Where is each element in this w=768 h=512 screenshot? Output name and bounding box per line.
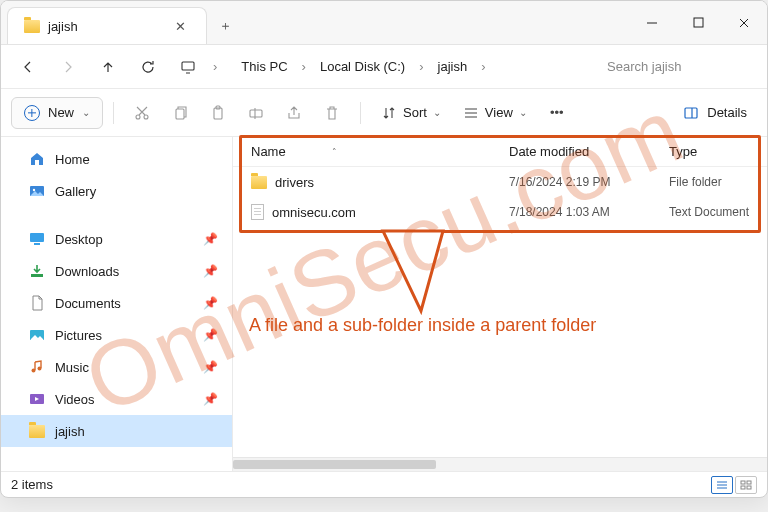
music-icon [29,359,45,375]
search-input[interactable]: Search jajish [607,59,757,74]
back-button[interactable] [11,52,45,82]
file-row[interactable]: drivers 7/16/2024 2:19 PM File folder [233,167,767,197]
svg-rect-20 [30,233,44,242]
forward-button[interactable] [51,52,85,82]
command-bar: New ⌄ Sort ⌄ View ⌄ ••• Details [1,89,767,137]
breadcrumb: This PC › Local Disk (C:) › jajish › [225,55,601,78]
view-button[interactable]: View ⌄ [453,98,537,128]
file-type: Text Document [669,205,767,219]
chevron-right-icon: › [417,59,425,74]
sidebar-item-label: Documents [55,296,121,311]
svg-rect-9 [214,108,222,119]
window-tab[interactable]: jajish ✕ [7,7,207,44]
pin-icon: 📌 [203,360,218,374]
breadcrumb-item[interactable]: jajish [430,55,476,78]
svg-rect-21 [34,243,40,245]
cut-button[interactable] [124,98,160,128]
close-window-button[interactable] [721,1,767,44]
new-label: New [48,105,74,120]
sidebar-item-label: Gallery [55,184,96,199]
pin-icon: 📌 [203,296,218,310]
folder-icon [251,176,267,189]
sort-ascending-icon: ˄ [332,147,337,157]
sidebar-item-label: jajish [55,424,85,439]
file-date: 7/18/2024 1:03 AM [509,205,669,219]
pictures-icon [29,327,45,343]
refresh-button[interactable] [131,52,165,82]
sidebar-item-jajish[interactable]: jajish [1,415,232,447]
svg-rect-1 [694,18,703,27]
file-list: Name˄ Date modified Type drivers 7/16/20… [233,137,767,471]
svg-rect-11 [250,110,262,117]
title-bar: jajish ✕ ＋ [1,1,767,45]
horizontal-scrollbar[interactable] [233,457,767,471]
annotation-text: A file and a sub-folder inside a parent … [249,315,757,336]
sort-button[interactable]: Sort ⌄ [371,98,451,128]
more-button[interactable]: ••• [539,98,575,128]
breadcrumb-item[interactable]: This PC [233,55,295,78]
monitor-icon[interactable] [171,52,205,82]
sidebar-item-label: Desktop [55,232,103,247]
documents-icon [29,295,45,311]
copy-button[interactable] [162,98,198,128]
plus-icon [24,105,40,121]
home-icon [29,151,45,167]
new-button[interactable]: New ⌄ [11,97,103,129]
folder-icon [29,425,45,438]
explorer-window: jajish ✕ ＋ › This PC › Local Disk (C:) ›… [0,0,768,498]
details-label: Details [707,105,747,120]
scrollbar-thumb[interactable] [233,460,436,469]
nav-bar: › This PC › Local Disk (C:) › jajish › S… [1,45,767,89]
minimize-button[interactable] [629,1,675,44]
sidebar-item-downloads[interactable]: Downloads 📌 [1,255,232,287]
chevron-right-icon: › [479,59,487,74]
sidebar-item-videos[interactable]: Videos 📌 [1,383,232,415]
chevron-down-icon: ⌄ [82,107,90,118]
pin-icon: 📌 [203,232,218,246]
pin-icon: 📌 [203,392,218,406]
delete-button[interactable] [314,98,350,128]
sidebar-item-label: Home [55,152,90,167]
body: Home Gallery Desktop 📌 Downloads 📌 Docum… [1,137,767,471]
svg-rect-16 [685,108,697,118]
sidebar-item-documents[interactable]: Documents 📌 [1,287,232,319]
details-view-button[interactable] [711,476,733,494]
chevron-down-icon: ⌄ [433,107,441,118]
maximize-button[interactable] [675,1,721,44]
thumbnails-view-button[interactable] [735,476,757,494]
sort-label: Sort [403,105,427,120]
column-header-date[interactable]: Date modified [509,144,669,159]
sidebar-item-label: Videos [55,392,95,407]
svg-rect-32 [747,481,751,484]
svg-point-25 [38,367,42,371]
downloads-icon [29,263,45,279]
sidebar-item-label: Downloads [55,264,119,279]
sidebar-item-gallery[interactable]: Gallery [1,175,232,207]
pin-icon: 📌 [203,328,218,342]
up-button[interactable] [91,52,125,82]
column-header-name[interactable]: Name˄ [251,144,509,159]
svg-rect-4 [182,62,194,70]
close-tab-button[interactable]: ✕ [168,14,192,38]
file-type: File folder [669,175,767,189]
details-pane-button[interactable]: Details [673,98,757,128]
annotation-callout [383,231,503,321]
breadcrumb-item[interactable]: Local Disk (C:) [312,55,413,78]
window-controls [629,1,767,44]
desktop-icon [29,231,45,247]
rename-button[interactable] [238,98,274,128]
column-header-type[interactable]: Type [669,144,767,159]
sidebar-item-music[interactable]: Music 📌 [1,351,232,383]
sidebar-item-desktop[interactable]: Desktop 📌 [1,223,232,255]
share-button[interactable] [276,98,312,128]
file-row[interactable]: omnisecu.com 7/18/2024 1:03 AM Text Docu… [233,197,767,227]
paste-button[interactable] [200,98,236,128]
svg-marker-27 [383,231,443,311]
chevron-right-icon: › [211,59,219,74]
svg-rect-8 [176,109,184,119]
sidebar-item-pictures[interactable]: Pictures 📌 [1,319,232,351]
new-tab-button[interactable]: ＋ [207,7,243,44]
sidebar-item-home[interactable]: Home [1,143,232,175]
svg-rect-33 [741,486,745,489]
sidebar-item-label: Music [55,360,89,375]
